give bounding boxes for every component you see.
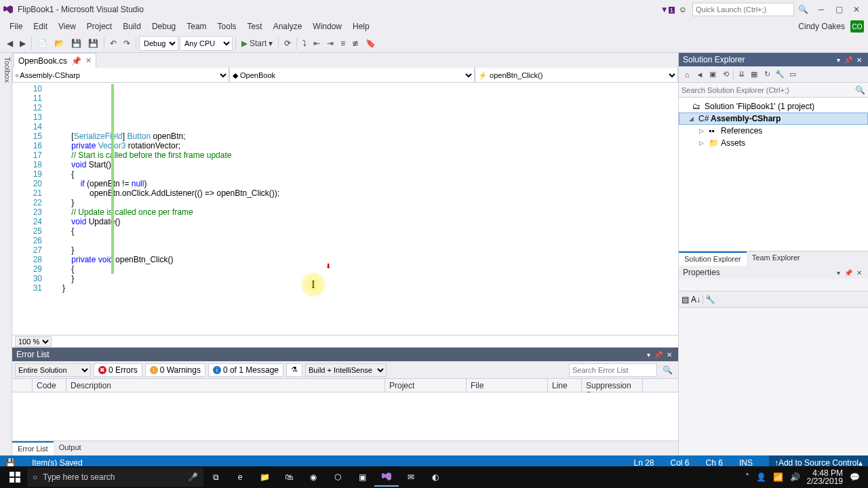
tray-notification-icon[interactable]: 💬 xyxy=(850,472,860,482)
tray-up-icon[interactable]: ˄ xyxy=(745,472,749,482)
menu-project[interactable]: Project xyxy=(81,20,117,33)
menu-test[interactable]: Test xyxy=(242,20,268,33)
properties-object-select[interactable] xyxy=(679,279,868,291)
close-button[interactable]: ✕ xyxy=(848,3,865,16)
panel-close-icon[interactable]: ✕ xyxy=(665,351,674,359)
errors-filter[interactable]: ✖0 Errors xyxy=(94,363,142,377)
tray-people-icon[interactable]: 👤 xyxy=(756,472,766,482)
feedback-icon[interactable]: ☺ xyxy=(679,5,687,14)
refresh-icon[interactable]: ↻ xyxy=(762,69,772,80)
redo-button[interactable]: ↷ xyxy=(121,36,133,51)
maximize-button[interactable]: ▢ xyxy=(830,3,848,16)
taskbar-edge-icon[interactable]: e xyxy=(228,468,252,487)
platform-select[interactable]: Any CPU xyxy=(180,36,233,51)
tab-solution-explorer[interactable]: Solution Explorer xyxy=(679,251,747,266)
error-search-input[interactable] xyxy=(569,363,657,377)
close-tab-icon[interactable]: ✕ xyxy=(85,56,92,65)
forward-button[interactable]: ▶ xyxy=(17,36,28,51)
code-text[interactable]: ⬇ I [SerializeField] Button openBtn; pri… xyxy=(62,83,678,335)
taskbar-app2-icon[interactable]: ▣ xyxy=(350,468,374,487)
solution-search-input[interactable] xyxy=(682,86,855,94)
error-col-icon[interactable] xyxy=(12,379,33,392)
preview-icon[interactable]: ▭ xyxy=(787,69,798,80)
browser-link-icon[interactable]: ⟳ xyxy=(281,36,294,51)
open-file-button[interactable]: 📂 xyxy=(52,36,67,51)
taskbar-app-icon[interactable]: ⬡ xyxy=(326,468,350,487)
zoom-select[interactable]: 100 % xyxy=(15,336,52,347)
menu-analyze[interactable]: Analyze xyxy=(268,20,308,33)
quick-launch-input[interactable] xyxy=(692,3,794,16)
panel-pin-icon[interactable]: 📌 xyxy=(652,351,665,359)
project-node[interactable]: ◢C#Assembly-CSharp xyxy=(679,113,868,125)
menu-debug[interactable]: Debug xyxy=(146,20,181,33)
alphabetical-icon[interactable]: A↓ xyxy=(691,295,701,304)
user-avatar[interactable]: CO xyxy=(850,20,864,33)
references-node[interactable]: ▷▪▪References xyxy=(679,125,868,137)
pin-icon[interactable]: 📌 xyxy=(71,56,81,66)
menu-window[interactable]: Window xyxy=(307,20,347,33)
minimize-button[interactable]: ─ xyxy=(812,3,830,16)
menu-view[interactable]: View xyxy=(53,20,81,33)
sync-icon[interactable]: ⟲ xyxy=(720,69,731,80)
step-icon[interactable]: ⤵ xyxy=(300,36,309,51)
taskbar-search[interactable]: ○ Type here to search 🎤 xyxy=(27,468,203,487)
back-icon[interactable]: ◄ xyxy=(694,69,705,80)
menu-tools[interactable]: Tools xyxy=(212,20,242,33)
panel-pin-icon[interactable]: 📌 xyxy=(842,56,854,64)
menu-file[interactable]: File xyxy=(4,20,28,33)
search-icon[interactable]: 🔍 xyxy=(855,85,865,95)
solution-node[interactable]: 🗂Solution 'FlipBook1' (1 project) xyxy=(679,100,868,113)
collapse-icon[interactable]: ⇊ xyxy=(736,69,747,80)
start-button[interactable]: ▶Start ▾ xyxy=(239,39,275,48)
tab-error-list[interactable]: Error List xyxy=(12,441,54,455)
task-view-icon[interactable]: ⧉ xyxy=(203,468,228,487)
menu-team[interactable]: Team xyxy=(181,20,212,33)
error-col-line[interactable]: Line xyxy=(548,379,582,392)
error-col-code[interactable]: Code xyxy=(33,379,66,392)
indent-in-icon[interactable]: ⇥ xyxy=(324,36,336,51)
menu-help[interactable]: Help xyxy=(347,20,375,33)
new-project-button[interactable]: 📄 xyxy=(35,36,50,51)
start-button[interactable] xyxy=(3,468,27,487)
nav-member-select[interactable]: ⚡ openBtn_Click() xyxy=(475,68,678,83)
home-icon[interactable]: ⌂ xyxy=(682,69,692,80)
back-button[interactable]: ◀ xyxy=(4,36,16,51)
error-col-file[interactable]: File xyxy=(467,379,548,392)
menu-build[interactable]: Build xyxy=(117,20,146,33)
show-all-icon[interactable]: ▦ xyxy=(749,69,760,80)
uncomment-icon[interactable]: ≢ xyxy=(349,36,361,51)
error-col-project[interactable]: Project xyxy=(385,379,467,392)
tray-wifi-icon[interactable]: 📶 xyxy=(773,472,783,482)
nav-project-select[interactable]: ▫ Assembly-CSharp xyxy=(12,68,229,83)
filter-icon[interactable]: ⚗ xyxy=(286,363,302,377)
build-filter-select[interactable]: Build + IntelliSense xyxy=(305,363,387,377)
error-col-suppression-st-[interactable]: Suppression St... xyxy=(582,379,643,392)
taskbar-vs-icon[interactable] xyxy=(374,468,399,487)
code-editor[interactable]: 1011121314151617181920212223242526272829… xyxy=(12,83,678,335)
taskbar-store-icon[interactable]: 🛍 xyxy=(277,468,301,487)
taskbar-app3-icon[interactable]: ◐ xyxy=(423,468,448,487)
messages-filter[interactable]: i0 of 1 Message xyxy=(208,363,283,377)
taskbar-mail-icon[interactable]: ✉ xyxy=(399,468,423,487)
error-col-description[interactable]: Description xyxy=(66,379,385,392)
taskbar-chrome-icon[interactable]: ◉ xyxy=(301,468,326,487)
tray-volume-icon[interactable]: 🔊 xyxy=(790,472,800,482)
system-tray[interactable]: ˄ 👤 📶 🔊 4:48 PM2/23/2019 💬 xyxy=(745,469,865,485)
panel-pin-icon[interactable]: 📌 xyxy=(842,269,854,277)
search-icon[interactable]: 🔍 xyxy=(794,5,812,14)
file-tab-openbook[interactable]: OpenBook.cs 📌 ✕ xyxy=(14,53,96,68)
solution-icon[interactable]: ▣ xyxy=(707,69,718,80)
panel-close-icon[interactable]: ✕ xyxy=(854,56,864,64)
save-button[interactable]: 💾 xyxy=(68,36,84,51)
save-all-button[interactable]: 💾 xyxy=(85,36,101,51)
toolbox-tab[interactable]: Toolbox xyxy=(0,53,12,455)
assets-node[interactable]: ▷📁Assets xyxy=(679,137,868,149)
config-select[interactable]: Debug xyxy=(139,36,178,51)
categorized-icon[interactable]: ▤ xyxy=(682,295,689,304)
indent-out-icon[interactable]: ⇤ xyxy=(311,36,323,51)
mic-icon[interactable]: 🎤 xyxy=(188,472,198,482)
undo-button[interactable]: ↶ xyxy=(107,36,119,51)
panel-dropdown-icon[interactable]: ▾ xyxy=(645,351,652,359)
property-pages-icon[interactable]: 🔧 xyxy=(705,295,715,304)
warnings-filter[interactable]: !0 Warnings xyxy=(145,363,205,377)
